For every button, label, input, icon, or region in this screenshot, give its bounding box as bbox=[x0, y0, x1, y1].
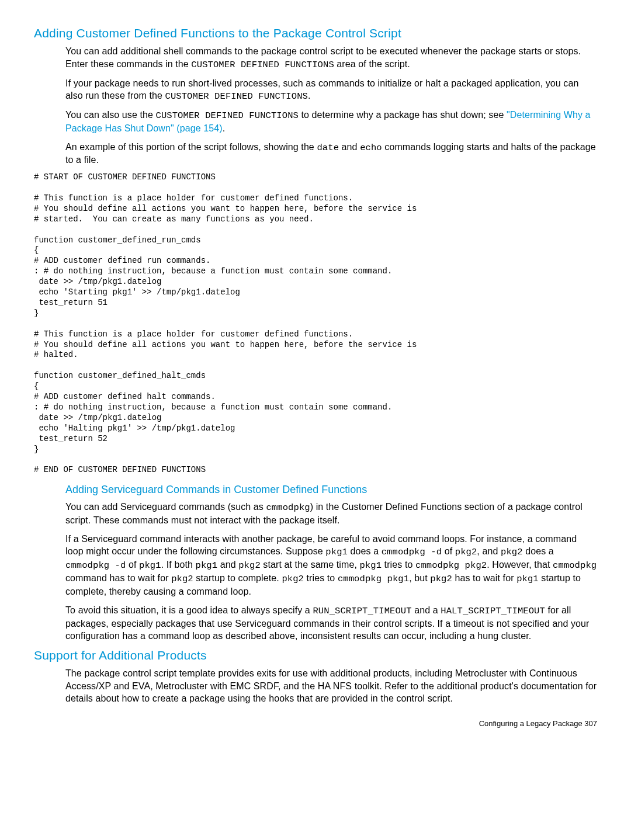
text: start at the same time, bbox=[261, 560, 360, 570]
code-block: # START OF CUSTOMER DEFINED FUNCTIONS # … bbox=[34, 172, 597, 475]
text: tries to bbox=[382, 560, 415, 570]
inline-code: cmmodpkg pkg1 bbox=[338, 574, 409, 584]
paragraph: If a Serviceguard command interacts with… bbox=[65, 533, 597, 598]
text: to determine why a package has shut down… bbox=[299, 110, 507, 120]
text: command has to wait for bbox=[65, 573, 171, 583]
section-heading-customer-defined-functions: Adding Customer Defined Functions to the… bbox=[34, 26, 597, 40]
inline-code: pkg1 bbox=[195, 560, 217, 571]
inline-code: pkg2 bbox=[430, 574, 452, 584]
paragraph: To avoid this situation, it is a good id… bbox=[65, 604, 597, 643]
inline-code: cmmodpkg pkg2 bbox=[415, 560, 487, 571]
paragraph: The package control script template prov… bbox=[65, 667, 597, 705]
inline-code: echo bbox=[360, 143, 382, 153]
inline-code: date bbox=[317, 143, 339, 153]
inline-code: pkg2 bbox=[171, 574, 193, 584]
inline-code: cmmodpkg bbox=[553, 560, 597, 571]
page-footer: Configuring a Legacy Package 307 bbox=[34, 719, 597, 728]
inline-code: CUSTOMER DEFINED FUNCTIONS bbox=[165, 91, 308, 102]
inline-code: pkg1 bbox=[139, 560, 161, 571]
text: . If both bbox=[161, 560, 196, 570]
section-heading-additional-products: Support for Additional Products bbox=[34, 648, 597, 662]
text: . However, that bbox=[487, 560, 553, 570]
text: has to wait for bbox=[452, 573, 516, 583]
text: and bbox=[339, 142, 360, 152]
text: tries to bbox=[304, 573, 338, 583]
inline-code: cmmodpkg -d bbox=[65, 560, 126, 571]
text: If your package needs to run short-lived… bbox=[65, 78, 578, 101]
text: , but bbox=[409, 573, 430, 583]
paragraph: An example of this portion of the script… bbox=[65, 141, 597, 167]
paragraph: You can also use the CUSTOMER DEFINED FU… bbox=[65, 109, 597, 135]
inline-code: pkg1 bbox=[325, 547, 348, 557]
text: , and bbox=[477, 546, 501, 556]
text: To avoid this situation, it is a good id… bbox=[65, 605, 313, 615]
text: does a bbox=[523, 546, 554, 556]
text: and a bbox=[412, 605, 441, 615]
inline-code: RUN_SCRIPT_TIMEOUT bbox=[313, 606, 411, 616]
inline-code: CUSTOMER DEFINED FUNCTIONS bbox=[156, 110, 299, 121]
inline-code: pkg1 bbox=[359, 560, 382, 571]
text: does a bbox=[348, 546, 382, 556]
inline-code: pkg2 bbox=[238, 560, 261, 571]
inline-code: HALT_SCRIPT_TIMEOUT bbox=[441, 606, 545, 616]
text: startup to complete. bbox=[193, 573, 282, 583]
inline-code: CUSTOMER DEFINED FUNCTIONS bbox=[191, 60, 334, 70]
inline-code: pkg2 bbox=[282, 574, 304, 584]
text: area of the script. bbox=[334, 59, 410, 69]
inline-code: pkg2 bbox=[501, 547, 523, 557]
inline-code: cmmodpkg bbox=[266, 502, 310, 513]
text: . bbox=[223, 123, 226, 133]
text: of bbox=[442, 546, 455, 556]
text: You can also use the bbox=[65, 110, 156, 120]
text: You can add Serviceguard commands (such … bbox=[65, 502, 266, 512]
text: and bbox=[217, 560, 238, 570]
text: An example of this portion of the script… bbox=[65, 142, 317, 152]
section-heading-serviceguard-commands: Adding Serviceguard Commands in Customer… bbox=[65, 484, 597, 496]
paragraph: If your package needs to run short-lived… bbox=[65, 77, 597, 103]
text: of bbox=[126, 560, 139, 570]
text: . bbox=[308, 91, 311, 100]
inline-code: cmmodpkg -d bbox=[382, 547, 442, 557]
paragraph: You can add Serviceguard commands (such … bbox=[65, 501, 597, 527]
paragraph: You can add additional shell commands to… bbox=[65, 45, 597, 71]
inline-code: pkg1 bbox=[516, 574, 539, 584]
inline-code: pkg2 bbox=[455, 547, 477, 557]
